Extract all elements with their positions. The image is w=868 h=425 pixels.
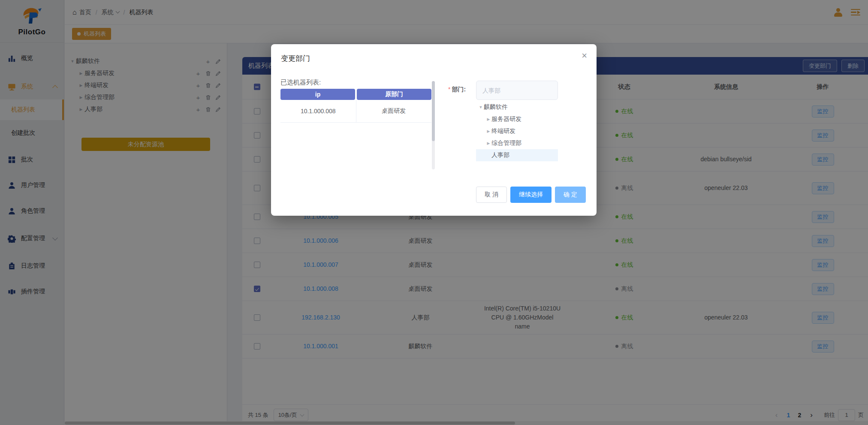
modal-scrollbar[interactable] bbox=[432, 81, 435, 169]
modal-scrollbar-thumb[interactable] bbox=[432, 81, 435, 141]
modal-tree-node-2[interactable]: ▶终端研发 bbox=[476, 125, 558, 137]
department-input[interactable] bbox=[476, 81, 558, 100]
modal-tree-node-selected[interactable]: 人事部 bbox=[476, 149, 558, 161]
cell-origin-dept: 桌面研发 bbox=[356, 100, 432, 122]
cell-ip: 10.1.000.008 bbox=[280, 100, 356, 122]
required-asterisk: * bbox=[448, 86, 450, 93]
selected-machines-label: 已选机器列表: bbox=[280, 78, 321, 87]
modal-title: 变更部门 bbox=[281, 54, 310, 63]
tree-node-label: 麒麟软件 bbox=[484, 103, 508, 111]
close-icon[interactable]: × bbox=[582, 51, 587, 60]
modal-tree-node-root[interactable]: ▼麒麟软件 bbox=[476, 101, 558, 113]
modal-tree-node-3[interactable]: ▶综合管理部 bbox=[476, 137, 558, 149]
app-window: PilotGo 概览系统机器列表创建批次批次用户管理角色管理配置管理日志管理插件… bbox=[0, 0, 868, 425]
caret-right-icon[interactable]: ▶ bbox=[485, 141, 491, 145]
table-row: 10.1.000.008 桌面研发 bbox=[280, 100, 431, 123]
caret-right-icon[interactable]: ▶ bbox=[485, 117, 491, 121]
continue-select-button[interactable]: 继续选择 bbox=[510, 187, 552, 203]
department-field-label: *部门: bbox=[448, 86, 466, 93]
cancel-button[interactable]: 取 消 bbox=[476, 187, 507, 203]
confirm-button[interactable]: 确 定 bbox=[555, 187, 586, 203]
modal-tree-node-1[interactable]: ▶服务器研发 bbox=[476, 113, 558, 125]
tree-node-label: 人事部 bbox=[491, 151, 509, 159]
selected-machines-table: ip 原部门 10.1.000.008 桌面研发 bbox=[280, 89, 431, 123]
tree-node-label: 服务器研发 bbox=[491, 115, 521, 123]
tree-node-label: 综合管理部 bbox=[491, 139, 521, 147]
caret-down-icon[interactable]: ▼ bbox=[478, 105, 484, 109]
caret-right-icon[interactable]: ▶ bbox=[485, 129, 491, 133]
tree-node-label: 终端研发 bbox=[491, 127, 515, 135]
column-header-origin-dept: 原部门 bbox=[357, 89, 431, 100]
department-select-tree: ▼麒麟软件▶服务器研发▶终端研发▶综合管理部人事部 bbox=[476, 101, 558, 161]
column-header-ip: ip bbox=[280, 89, 355, 100]
change-department-modal: 变更部门 × 已选机器列表: ip 原部门 10.1.000.008 桌面研发 … bbox=[271, 44, 597, 216]
